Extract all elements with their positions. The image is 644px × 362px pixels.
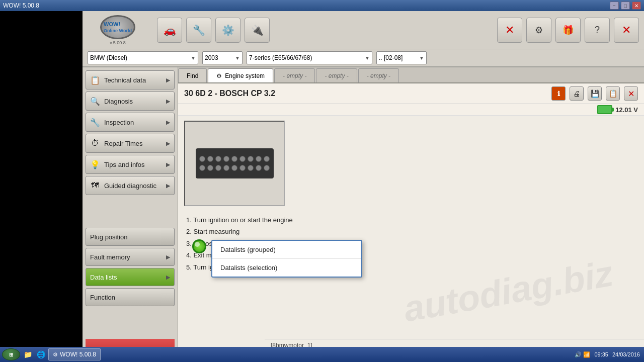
sidebar-item-tips[interactable]: 💡 Tips and infos ▶: [86, 155, 175, 174]
taskbar-browser-icon[interactable]: 🌐: [35, 349, 46, 360]
sidebar-item-fault-memory[interactable]: Fault memory ▶: [86, 248, 175, 266]
chevron-icon: ▶: [166, 77, 170, 83]
action-settings-button[interactable]: ⚙: [526, 18, 551, 43]
tab-empty-2[interactable]: - empty -: [316, 68, 357, 82]
sidebar-label-plug: Plug position: [90, 233, 127, 241]
start-button[interactable]: ⊞: [2, 348, 20, 360]
taskbar-icons: 🔊 📶: [575, 351, 590, 358]
datalist-popup: Datalists (grouped) Datalists (selection…: [211, 240, 362, 278]
chevron-icon: ▶: [166, 98, 170, 105]
action-close-button[interactable]: ✕: [497, 18, 522, 43]
tab-empty-3[interactable]: - empty -: [358, 68, 399, 82]
battery-icon: [597, 105, 612, 114]
sidebar-item-repair-times[interactable]: ⏱ Repair Times ▶: [86, 134, 175, 153]
model-dropdown-arrow: ▼: [365, 55, 370, 61]
save-button[interactable]: 💾: [588, 86, 602, 101]
make-dropdown[interactable]: BMW (Diesel) ▼: [88, 51, 198, 64]
minimize-button[interactable]: −: [610, 2, 619, 10]
repair-times-icon: ⏱: [90, 139, 100, 148]
model-dropdown[interactable]: 7-series (E65/66/67/68) ▼: [247, 51, 372, 64]
tab-find-label: Find: [187, 72, 198, 79]
chevron-icon: ▶: [166, 183, 170, 189]
loading-spinner: [192, 239, 206, 253]
tab-find[interactable]: Find: [178, 68, 207, 82]
inspection-icon: 🔧: [90, 118, 100, 127]
instruction-step-2: 2. Start measuring: [186, 226, 636, 237]
action-gift-button[interactable]: 🎁: [555, 18, 581, 43]
chevron-icon: ▶: [166, 254, 170, 260]
sidebar-item-diagnosis[interactable]: 🔍 Diagnosis ▶: [86, 92, 175, 111]
sidebar-label-inspection: Inspection: [104, 119, 134, 126]
chevron-icon: ▶: [166, 161, 170, 168]
workshop-icon-button[interactable]: 🔧: [186, 18, 211, 43]
sidebar-item-function[interactable]: Function: [86, 288, 175, 306]
sidebar-item-technical-data[interactable]: 📋 Technical data ▶: [86, 70, 175, 89]
taskbar-date: 24/03/2016: [612, 351, 640, 357]
taskbar-time: 09:35: [594, 351, 608, 357]
taskbar-app-label: WOW! 5.00.8: [60, 351, 96, 358]
version-label: v.5.00.8: [110, 40, 125, 45]
ecu-diagram: [184, 121, 285, 206]
year-dropdown-arrow: ▼: [235, 55, 240, 61]
sidebar-label-fault: Fault memory: [90, 253, 130, 261]
sidebar-label-repair-times: Repair Times: [104, 140, 143, 147]
window-close-button[interactable]: ✕: [632, 2, 641, 10]
sidebar-item-data-lists[interactable]: Data lists ▶: [86, 268, 175, 286]
sidebar-item-inspection[interactable]: 🔧 Inspection ▶: [86, 113, 175, 132]
sidebar-label-diagnosis: Diagnosis: [104, 98, 133, 105]
app-title: WOW! 5.00.8: [3, 2, 39, 9]
chevron-icon: ▶: [166, 119, 170, 126]
sidebar-label-tips: Tips and infos: [104, 161, 144, 168]
app-logo: WOW!Online World: [100, 15, 135, 39]
doc-close-button[interactable]: ✕: [624, 86, 638, 101]
connector-icon-button[interactable]: 🔌: [245, 18, 270, 43]
action-exit-button[interactable]: ✕: [614, 18, 639, 43]
info-button[interactable]: ℹ: [551, 86, 566, 101]
print-button[interactable]: 🖨: [570, 86, 584, 101]
popup-item-grouped[interactable]: Datalists (grouped): [212, 241, 361, 259]
diagnosis-icon: 🔍: [90, 97, 100, 106]
taskbar-wow-app[interactable]: ⚙ WOW! 5.00.8: [48, 348, 101, 360]
maximize-button[interactable]: □: [621, 2, 630, 10]
popup-item-selection[interactable]: Datalists (selection): [212, 259, 361, 277]
document-title: 30 6D 2 - BOSCH CP 3.2: [184, 89, 275, 98]
tab-engine-label: Engine system: [225, 72, 265, 79]
sidebar-label-guided: Guided diagnostic: [104, 182, 156, 190]
sidebar-item-guided[interactable]: 🗺 Guided diagnostic ▶: [86, 176, 175, 195]
sidebar-label-technical-data: Technical data: [104, 76, 146, 84]
vehicle-icon-button[interactable]: 🚗: [157, 18, 182, 43]
settings-icon-button[interactable]: ⚙️: [215, 18, 240, 43]
guided-icon: 🗺: [90, 181, 100, 190]
copy-button[interactable]: 📋: [606, 86, 620, 101]
sidebar-label-function: Function: [90, 294, 115, 301]
make-dropdown-arrow: ▼: [191, 55, 196, 61]
chevron-icon: ▶: [166, 274, 170, 281]
taskbar-files-icon[interactable]: 📁: [22, 349, 33, 360]
sidebar-label-data: Data lists: [90, 274, 117, 281]
engine-system-icon: ⚙: [216, 72, 222, 79]
action-help-button[interactable]: ?: [585, 18, 610, 43]
sidebar-item-plug-position[interactable]: Plug position: [86, 228, 175, 246]
year-dropdown[interactable]: 2003 ▼: [202, 51, 243, 64]
battery-voltage: 12.01 V: [615, 106, 638, 114]
tab-engine-system[interactable]: ⚙ Engine system: [208, 68, 273, 82]
tab-empty-1[interactable]: - empty -: [274, 68, 315, 82]
range-dropdown-arrow: ▼: [419, 55, 424, 61]
chevron-icon: ▶: [166, 140, 170, 147]
instruction-step-1: 1. Turn ignition on or start the engine: [186, 214, 636, 226]
tips-icon: 💡: [90, 160, 100, 169]
range-dropdown[interactable]: .. [02-08] ▼: [376, 51, 427, 64]
technical-data-icon: 📋: [90, 75, 100, 85]
